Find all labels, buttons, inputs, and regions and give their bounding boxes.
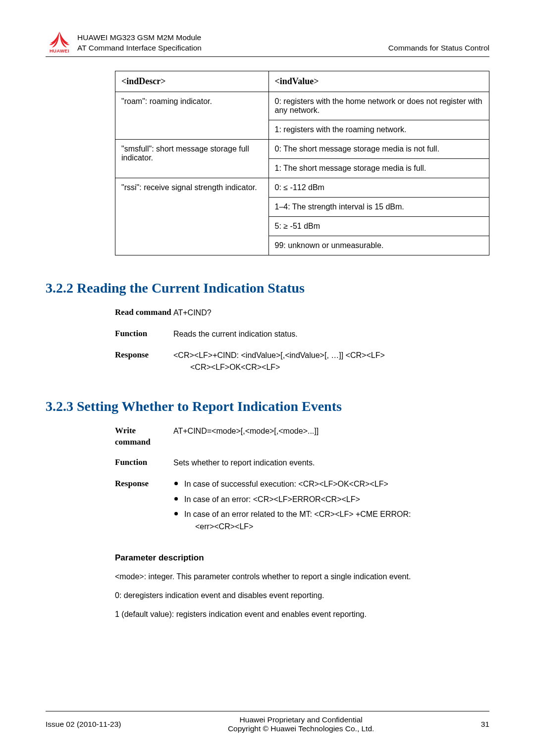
td-rssi-v1: 1–4: The strength interval is 15 dBm. — [268, 198, 489, 217]
td-roam-v1: 1: registers with the roaming network. — [268, 120, 489, 140]
td-rssi-v2: 5: ≥ -51 dBm — [268, 217, 489, 236]
footer-copyright: Copyright © Huawei Technologies Co., Ltd… — [121, 724, 481, 733]
th-indvalue: <indValue> — [268, 71, 489, 92]
td-rssi-v3: 99: unknown or unmeasurable. — [268, 236, 489, 255]
logo-text: HUAWEI — [50, 48, 69, 53]
header-left: HUAWEI HUAWEI MG323 GSM M2M Module AT Co… — [46, 30, 202, 53]
footer-proprietary: Huawei Proprietary and Confidential — [121, 715, 481, 724]
td-roam-v0: 0: registers with the home network or do… — [268, 92, 489, 120]
param-line-1: <mode>: integer. This parameter controls… — [115, 571, 489, 583]
td-smsfull-v1: 1: The short message storage media is fu… — [268, 159, 489, 178]
th-inddescr: <indDescr> — [115, 71, 269, 92]
td-rssi-v0: 0: ≤ -112 dBm — [268, 178, 489, 198]
write-command-value: AT+CIND=<mode>[,<mode>[,<mode>...]] — [173, 425, 489, 448]
write-command-label: Write command — [115, 425, 173, 448]
section-322-title: 3.2.2 Reading the Current Indication Sta… — [46, 280, 489, 296]
function-label-322: Function — [115, 328, 173, 341]
doc-subtitle: AT Command Interface Specification — [77, 43, 202, 53]
td-roam-descr: "roam": roaming indicator. — [115, 92, 269, 140]
td-smsfull-descr: "smsfull": short message storage full in… — [115, 140, 269, 178]
td-rssi-descr: "rssi": receive signal strength indicato… — [115, 178, 269, 255]
response-label-323: Response — [115, 478, 173, 536]
response-322-line2: <CR><LF>OK<CR><LF> — [173, 361, 489, 374]
param-line-2: 0: deregisters indication event and disa… — [115, 590, 489, 602]
response-323-item2: In case of an error related to the MT: <… — [184, 510, 411, 518]
param-line-3: 1 (default value): registers indication … — [115, 608, 489, 620]
footer-issue: Issue 02 (2010-11-23) — [46, 720, 121, 729]
response-323-item0: In case of successful execution: <CR><LF… — [173, 478, 489, 491]
function-text-322: Reads the current indication status. — [173, 328, 489, 341]
response-322-line1: <CR><LF>+CIND: <indValue>[,<indValue>[, … — [173, 350, 489, 362]
response-323-sub: <err><CR><LF> — [184, 521, 489, 533]
product-name: HUAWEI MG323 GSM M2M Module — [77, 33, 202, 43]
ind-table: <indDescr> <indValue> "roam": roaming in… — [115, 71, 489, 255]
td-smsfull-v0: 0: The short message storage media is no… — [268, 140, 489, 159]
function-label-323: Function — [115, 457, 173, 469]
page-footer: Issue 02 (2010-11-23) Huawei Proprietary… — [46, 711, 489, 733]
section-323-title: 3.2.3 Setting Whether to Report Indicati… — [46, 399, 489, 414]
response-323-item1: In case of an error: <CR><LF>ERROR<CR><L… — [173, 494, 489, 506]
page-header: HUAWEI HUAWEI MG323 GSM M2M Module AT Co… — [46, 30, 489, 57]
function-text-323: Sets whether to report indication events… — [173, 457, 489, 469]
response-label-322: Response — [115, 350, 173, 374]
header-section-label: Commands for Status Control — [388, 44, 489, 53]
huawei-logo: HUAWEI — [46, 30, 73, 53]
read-command-label: Read command — [115, 307, 173, 319]
read-command-value: AT+CIND? — [173, 307, 489, 319]
footer-page-number: 31 — [481, 720, 489, 729]
param-description-title: Parameter description — [115, 553, 489, 563]
